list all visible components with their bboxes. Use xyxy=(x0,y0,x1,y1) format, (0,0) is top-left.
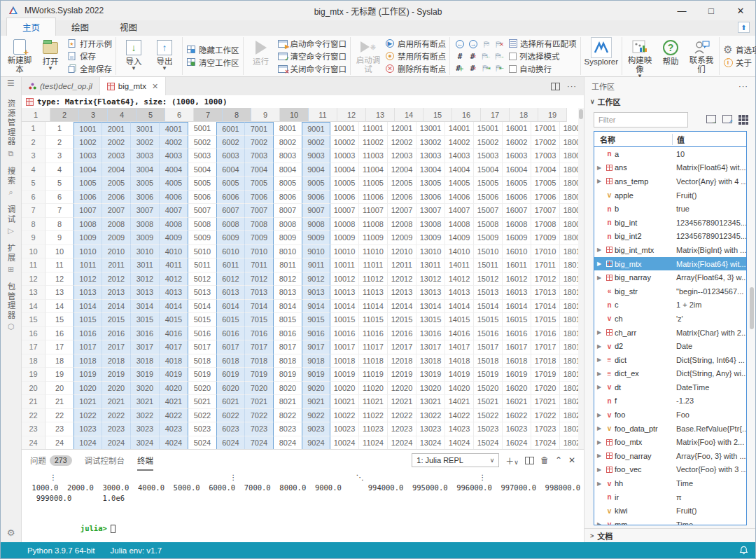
matrix-cell[interactable]: 1015 xyxy=(74,313,102,327)
matrix-cell[interactable]: 14007 xyxy=(445,204,474,218)
matrix-row-header[interactable]: 21 xyxy=(22,395,46,409)
matrix-cell[interactable]: 15022 xyxy=(474,409,503,423)
matrix-cell[interactable]: 1005 xyxy=(74,177,102,191)
matrix-cell[interactable]: 12017 xyxy=(388,340,416,354)
matrix-row-header[interactable]: 13 xyxy=(22,286,46,300)
matrix-cell[interactable]: 5013 xyxy=(188,286,217,300)
import-variable-icon[interactable]: → xyxy=(706,115,716,123)
matrix-cell[interactable]: 6023 xyxy=(216,422,245,436)
word-wrap-checkbox[interactable]: 自动换行 xyxy=(509,63,577,74)
import-bookmark-icon[interactable]: ⛿⇥ xyxy=(480,62,493,74)
matrix-cell[interactable]: 13022 xyxy=(416,409,445,423)
matrix-cell[interactable]: 13024 xyxy=(416,436,445,450)
workspace-variable-row[interactable]: ▶≡dictDict{String, Int64} ... xyxy=(594,353,746,367)
matrix-cell[interactable]: 12006 xyxy=(388,191,416,205)
matrix-cell[interactable]: 13003 xyxy=(416,149,445,163)
matrix-cell[interactable]: 12003 xyxy=(388,149,416,163)
matrix-cell[interactable]: 9022 xyxy=(302,409,330,423)
column-select-checkbox[interactable]: 列选择模式 xyxy=(509,50,577,62)
matrix-cell[interactable]: 17023 xyxy=(531,422,560,436)
matrix-cell[interactable]: 11004 xyxy=(359,163,388,177)
matrix-cell[interactable]: 2010 xyxy=(102,245,131,259)
expand-chevron-icon[interactable]: ▶ xyxy=(594,384,604,390)
matrix-cell[interactable]: 24 xyxy=(46,436,74,450)
matrix-cell[interactable]: 10010 xyxy=(330,245,359,259)
editor-tab-big-mtx[interactable]: big_mtx ✕ xyxy=(100,77,167,95)
matrix-cell[interactable]: 6006 xyxy=(216,191,245,205)
matrix-cell[interactable]: 12007 xyxy=(388,204,416,218)
matrix-cell[interactable]: 15006 xyxy=(474,191,503,205)
matrix-cell[interactable]: 9 xyxy=(46,231,74,245)
matrix-cell[interactable]: 7019 xyxy=(245,368,274,382)
nav-forward-icon[interactable]: → xyxy=(467,39,479,50)
editor-tab-decl-op[interactable]: (test)decl_op.jl xyxy=(22,77,100,95)
start-debug-button[interactable]: ❋ 启动调试 xyxy=(354,38,382,74)
matrix-cell[interactable]: 14024 xyxy=(445,436,474,450)
matrix-column-header[interactable]: 11 xyxy=(309,108,337,122)
expand-chevron-icon[interactable]: ▶ xyxy=(594,371,604,377)
matrix-cell[interactable]: 9020 xyxy=(302,382,330,396)
matrix-cell[interactable]: 1003 xyxy=(74,149,102,163)
workspace-variable-row[interactable]: vkiwiFruit() xyxy=(594,504,746,518)
matrix-cell[interactable]: 15014 xyxy=(474,300,503,314)
matrix-cell[interactable]: 14006 xyxy=(445,191,474,205)
matrix-cell[interactable]: 14008 xyxy=(445,218,474,232)
matrix-cell[interactable]: 12022 xyxy=(388,409,416,423)
matrix-row-header[interactable]: 14 xyxy=(22,300,46,314)
notifications-bell-icon[interactable] xyxy=(739,546,748,555)
matrix-cell[interactable]: 11002 xyxy=(359,136,388,150)
matrix-cell[interactable]: 3 xyxy=(46,149,74,163)
matrix-cell[interactable]: 9012 xyxy=(302,272,330,287)
close-button[interactable]: ✕ xyxy=(726,1,755,20)
matrix-cell[interactable]: 10011 xyxy=(330,258,359,272)
contact-us-button[interactable]: 联系我们 xyxy=(687,38,715,74)
sidebar-item-search[interactable]: 搜索 ⌕ xyxy=(6,167,17,197)
expand-chevron-icon[interactable]: ▶ xyxy=(594,425,604,432)
matrix-cell[interactable]: 12002 xyxy=(388,136,416,150)
matrix-cell[interactable]: 14023 xyxy=(445,422,474,436)
matrix-cell[interactable]: 9004 xyxy=(302,163,330,177)
disable-breakpoint-icon[interactable]: #✕ xyxy=(467,50,479,62)
matrix-cell[interactable]: 11018 xyxy=(359,354,388,368)
matrix-cell[interactable]: 7 xyxy=(46,204,74,218)
matrix-row-header[interactable]: 2 xyxy=(22,136,46,150)
matrix-cell[interactable]: 13019 xyxy=(416,368,445,382)
matrix-cell[interactable]: 13021 xyxy=(416,395,445,409)
matrix-cell[interactable]: 4018 xyxy=(160,354,188,368)
new-terminal-button[interactable]: ＋∨ xyxy=(505,455,519,467)
matrix-cell[interactable]: 12020 xyxy=(388,382,416,396)
matrix-row-header[interactable]: 19 xyxy=(22,368,46,382)
matrix-cell[interactable]: 14016 xyxy=(445,327,474,341)
matrix-cell[interactable]: 17 xyxy=(46,340,74,354)
matrix-row-header[interactable]: 9 xyxy=(22,231,46,245)
matrix-cell[interactable]: 3006 xyxy=(131,191,160,205)
matrix-cell[interactable]: 5009 xyxy=(188,231,217,245)
matrix-cell[interactable]: 11001 xyxy=(359,122,388,136)
matrix-cell[interactable]: 6020 xyxy=(216,382,245,396)
matrix-cell[interactable]: 14002 xyxy=(445,136,474,150)
matrix-cell[interactable]: 4013 xyxy=(160,286,188,300)
matrix-cell[interactable]: 6004 xyxy=(216,163,245,177)
matrix-cell[interactable]: 5020 xyxy=(188,382,217,396)
matrix-cell[interactable]: 8011 xyxy=(274,258,302,272)
matrix-cell[interactable]: 13001 xyxy=(416,122,445,136)
matrix-cell[interactable]: 13012 xyxy=(416,272,445,287)
matrix-cell[interactable]: 13006 xyxy=(416,191,445,205)
matrix-cell[interactable]: 10 xyxy=(46,245,74,259)
matrix-cell[interactable]: 8006 xyxy=(274,191,302,205)
matrix-cell[interactable]: 7001 xyxy=(245,122,274,136)
matrix-row-header[interactable]: 20 xyxy=(22,382,46,396)
expand-chevron-icon[interactable]: ▶ xyxy=(594,178,604,184)
matrix-cell[interactable]: 10016 xyxy=(330,327,359,341)
matrix-cell[interactable]: 17022 xyxy=(531,409,560,423)
matrix-cell[interactable]: 3003 xyxy=(131,149,160,163)
matrix-cell[interactable]: 9011 xyxy=(302,258,330,272)
open-example-button[interactable]: ★ 打开示例 xyxy=(67,38,112,49)
split-editor-icon[interactable] xyxy=(551,83,560,90)
matrix-cell[interactable]: 6001 xyxy=(216,122,245,136)
start-cli-button[interactable]: ▶ 启动命令行窗口 xyxy=(278,38,347,49)
matrix-cell[interactable]: 2012 xyxy=(102,272,131,287)
prev-bookmark-icon[interactable]: ⛿← xyxy=(480,50,493,62)
matrix-cell[interactable]: 19 xyxy=(46,368,74,382)
matrix-cell[interactable]: 6 xyxy=(46,191,74,205)
